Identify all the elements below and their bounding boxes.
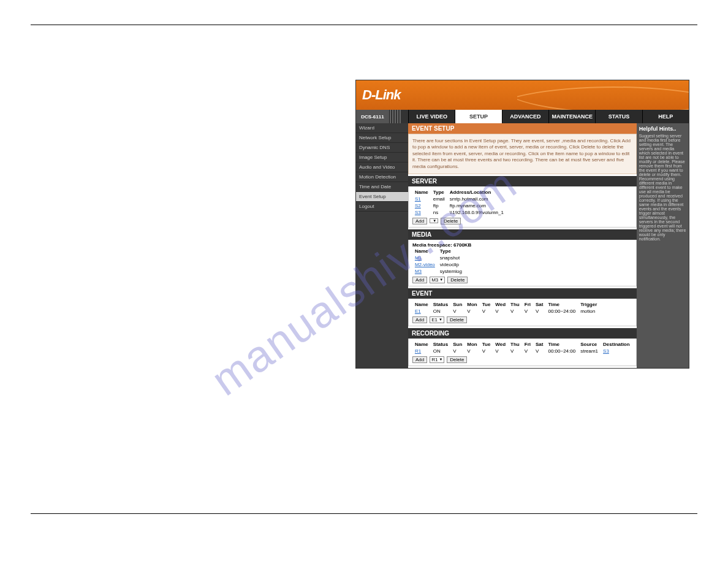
hints-body: Suggest setting server and media first b… xyxy=(639,134,686,241)
recording-link-r1[interactable]: R1 xyxy=(415,348,421,354)
recording-th-thu: Thu xyxy=(508,341,522,348)
main-panel: EVENT SETUP There are four sections in E… xyxy=(408,123,637,368)
server-cell-addr: smtp.hotmail.com xyxy=(447,196,506,202)
recording-th-mon: Mon xyxy=(464,341,479,348)
event-th-wed: Wed xyxy=(493,301,508,308)
recording-add-button[interactable]: Add xyxy=(412,356,427,363)
event-cell: V xyxy=(480,308,493,315)
sidebar-item-network-setup[interactable]: Network Setup xyxy=(356,133,408,143)
server-link-s3[interactable]: S3 xyxy=(415,210,421,215)
recording-section-body: Name Status Sun Mon Tue Wed Thu Fri Sat … xyxy=(408,339,637,366)
event-setup-intro: There are four sections in Event Setup p… xyxy=(408,134,637,174)
media-row: M1 snapshot xyxy=(412,255,464,261)
event-link-e1[interactable]: E1 xyxy=(415,308,421,314)
server-row: S1 email smtp.hotmail.com xyxy=(412,196,506,202)
server-cell-type: ftp xyxy=(431,202,447,209)
event-section-header: EVENT xyxy=(408,288,637,299)
sidebar-item-dynamic-dns[interactable]: Dynamic DNS xyxy=(356,143,408,153)
tab-setup[interactable]: SETUP xyxy=(455,110,501,123)
media-link-m3[interactable]: M3 xyxy=(415,269,422,274)
sidebar-item-audio-video[interactable]: Audio and Video xyxy=(356,163,408,172)
recording-th-tue: Tue xyxy=(480,341,493,348)
event-th-trigger: Trigger xyxy=(578,301,599,308)
server-cell-addr: ftp.myname.com xyxy=(447,202,506,209)
server-th-type: Type xyxy=(431,189,447,196)
sidebar-item-logout[interactable]: Logout xyxy=(356,202,408,212)
event-cell: motion xyxy=(578,308,599,315)
sidebar-item-time-date[interactable]: Time and Date xyxy=(356,182,408,192)
event-cell: V xyxy=(522,308,533,315)
server-link-s1[interactable]: S1 xyxy=(415,196,421,202)
recording-controls: Add R1 Delete xyxy=(412,356,632,363)
recording-delete-button[interactable]: Delete xyxy=(447,356,467,363)
recording-table-header-row: Name Status Sun Mon Tue Wed Thu Fri Sat … xyxy=(412,341,632,348)
model-stripes-graphic xyxy=(390,110,402,123)
content-row: Wizard Network Setup Dynamic DNS Image S… xyxy=(356,123,689,368)
recording-cell: stream1 xyxy=(578,348,601,354)
event-th-thu: Thu xyxy=(508,301,522,308)
event-add-button[interactable]: Add xyxy=(412,316,427,323)
recording-th-source: Source xyxy=(578,341,601,348)
server-delete-button[interactable]: Delete xyxy=(441,218,461,224)
event-cell: V xyxy=(533,308,545,315)
recording-th-fri: Fri xyxy=(522,341,533,348)
sidebar-item-motion-detection[interactable]: Motion Detection xyxy=(356,172,408,182)
server-controls: Add Delete xyxy=(412,218,632,224)
event-th-time: Time xyxy=(545,301,578,308)
server-th-addr: Address/Location xyxy=(447,189,506,196)
event-row: E1 ON V V V V V V V 00:00~24:00 motion xyxy=(412,308,599,315)
recording-th-wed: Wed xyxy=(493,341,508,348)
media-freespace: Media freespace: 6700KB xyxy=(412,242,632,248)
recording-cell: V xyxy=(450,348,464,354)
page-top-rule xyxy=(31,25,697,25)
recording-th-name: Name xyxy=(412,341,431,348)
event-th-tue: Tue xyxy=(480,301,493,308)
tab-status[interactable]: STATUS xyxy=(595,110,642,123)
hints-panel: Helpful Hints.. Suggest setting server a… xyxy=(637,123,689,368)
media-select[interactable]: M3 xyxy=(430,277,445,283)
recording-cell: V xyxy=(533,348,545,354)
recording-cell: 00:00~24:00 xyxy=(545,348,578,354)
tab-help[interactable]: HELP xyxy=(642,110,689,123)
recording-select[interactable]: R1 xyxy=(430,356,444,363)
server-link-s2[interactable]: S2 xyxy=(415,203,421,209)
event-setup-header: EVENT SETUP xyxy=(408,123,637,134)
recording-link-dest[interactable]: S3 xyxy=(603,348,609,354)
tab-advanced[interactable]: ADVANCED xyxy=(502,110,548,123)
server-table: Name Type Address/Location S1 email smtp… xyxy=(412,189,506,216)
recording-cell: V xyxy=(522,348,533,354)
sidebar-item-wizard[interactable]: Wizard xyxy=(356,123,408,133)
page-bottom-rule xyxy=(31,513,697,514)
event-th-status: Status xyxy=(431,301,450,308)
router-admin-ui: D-Link DCS-6111 LIVE VIDEO SETUP ADVANCE… xyxy=(355,80,689,369)
recording-th-dest: Destination xyxy=(601,341,632,348)
server-cell-type: ns xyxy=(431,209,447,216)
nav-spacer xyxy=(402,110,408,123)
server-select[interactable] xyxy=(430,218,438,223)
recording-section-header: RECORDING xyxy=(408,328,637,339)
event-cell: V xyxy=(464,308,479,315)
server-table-header-row: Name Type Address/Location xyxy=(412,189,506,196)
tab-live-video[interactable]: LIVE VIDEO xyxy=(408,110,455,123)
event-delete-button[interactable]: Delete xyxy=(447,316,467,323)
recording-cell: V xyxy=(493,348,508,354)
media-delete-button[interactable]: Delete xyxy=(447,277,468,283)
media-section-body: Media freespace: 6700KB Name Type M1 sna… xyxy=(408,240,637,286)
model-label: DCS-6111 xyxy=(356,110,390,123)
sidebar-item-event-setup[interactable]: Event Setup xyxy=(356,192,408,202)
media-link-m1[interactable]: M1 xyxy=(415,255,422,261)
event-cell: V xyxy=(493,308,508,315)
media-table: Name Type M1 snapshot M2-video videoclip… xyxy=(412,248,464,275)
tab-maintenance[interactable]: MAINTENANCE xyxy=(548,110,595,123)
event-select[interactable]: E1 xyxy=(430,316,444,323)
header-swoosh-graphic xyxy=(517,80,689,110)
event-cell: V xyxy=(508,308,522,315)
server-add-button[interactable]: Add xyxy=(412,218,427,224)
media-add-button[interactable]: Add xyxy=(412,277,427,283)
event-table: Name Status Sun Mon Tue Wed Thu Fri Sat … xyxy=(412,301,599,315)
media-controls: Add M3 Delete xyxy=(412,277,632,283)
event-table-header-row: Name Status Sun Mon Tue Wed Thu Fri Sat … xyxy=(412,301,599,308)
event-th-sat: Sat xyxy=(533,301,545,308)
media-link-m2[interactable]: M2-video xyxy=(415,262,435,267)
sidebar-item-image-setup[interactable]: Image Setup xyxy=(356,153,408,163)
